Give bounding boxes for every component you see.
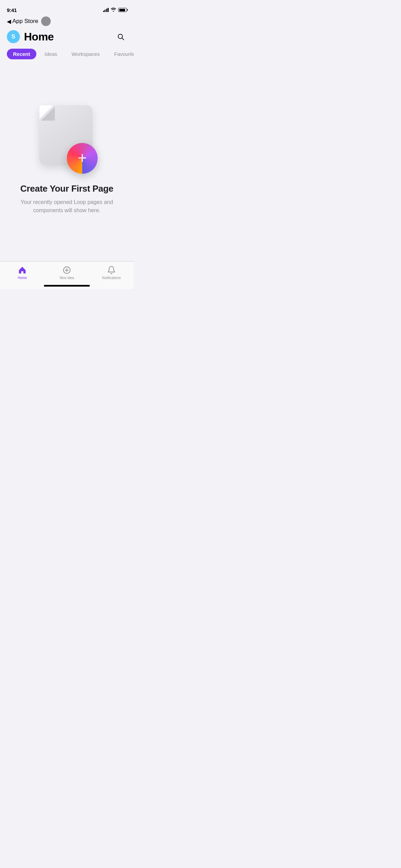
page-title: Home bbox=[24, 31, 54, 43]
status-bar: 9:41 bbox=[0, 0, 134, 15]
new-idea-icon bbox=[62, 266, 71, 275]
battery-icon bbox=[118, 8, 127, 12]
empty-state-title: Create Your First Page bbox=[20, 183, 113, 194]
empty-state-illustration: + bbox=[33, 105, 101, 174]
plus-symbol: + bbox=[78, 150, 87, 166]
back-bar: ◀ App Store bbox=[0, 15, 134, 27]
header-left: S Home bbox=[7, 30, 54, 43]
nav-label-home: Home bbox=[18, 276, 27, 280]
empty-state-subtitle: Your recently opened Loop pages and comp… bbox=[11, 198, 123, 215]
status-icons bbox=[103, 8, 127, 13]
search-icon bbox=[117, 33, 124, 40]
nav-label-new-idea: New Idea bbox=[60, 276, 74, 280]
tab-favourites[interactable]: Favourites bbox=[108, 49, 134, 59]
nav-label-notifications: Notifications bbox=[102, 276, 121, 280]
nav-item-new-idea[interactable]: New Idea bbox=[45, 266, 89, 280]
plus-circle-icon: + bbox=[67, 143, 98, 174]
tabs-container: Recent Ideas Workspaces Favourites bbox=[0, 47, 134, 63]
svg-point-0 bbox=[118, 34, 123, 39]
back-circle-avatar bbox=[41, 16, 51, 26]
wifi-icon bbox=[111, 8, 116, 13]
home-icon bbox=[18, 266, 27, 275]
nav-item-notifications[interactable]: Notifications bbox=[89, 266, 134, 280]
tab-workspaces[interactable]: Workspaces bbox=[65, 49, 106, 59]
svg-line-1 bbox=[122, 38, 124, 40]
avatar[interactable]: S bbox=[7, 30, 20, 43]
tab-ideas[interactable]: Ideas bbox=[38, 49, 63, 59]
back-arrow-icon[interactable]: ◀ bbox=[7, 18, 11, 25]
back-label[interactable]: App Store bbox=[12, 18, 38, 25]
header: S Home bbox=[0, 27, 134, 47]
main-content: + Create Your First Page Your recently o… bbox=[0, 63, 134, 256]
search-button[interactable] bbox=[114, 31, 127, 43]
status-time: 9:41 bbox=[7, 7, 17, 13]
home-indicator bbox=[44, 285, 90, 287]
signal-icon bbox=[103, 8, 109, 12]
notifications-icon bbox=[107, 266, 116, 275]
tab-recent[interactable]: Recent bbox=[7, 49, 36, 59]
nav-item-home[interactable]: Home bbox=[0, 266, 45, 280]
